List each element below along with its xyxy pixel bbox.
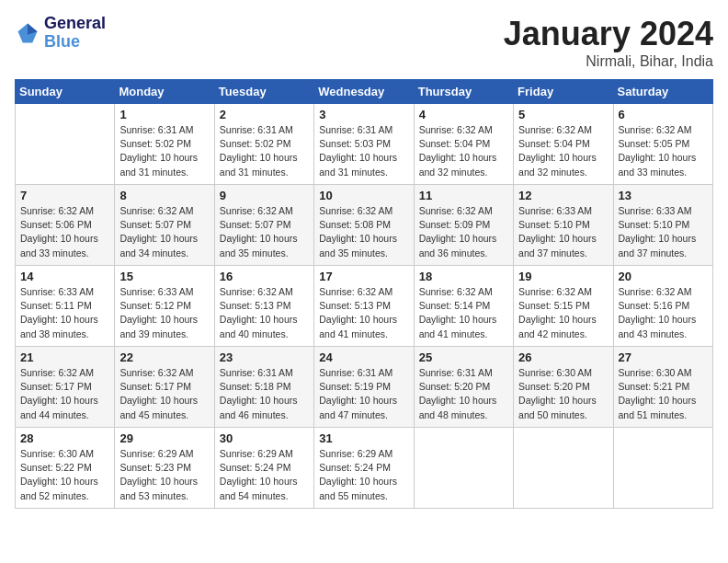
page-header: General Blue January 2024 Nirmali, Bihar… [15,15,713,70]
day-detail: Sunrise: 6:33 AMSunset: 5:10 PMDaylight:… [619,204,708,260]
logo-text: General Blue [44,15,106,52]
day-number: 28 [20,431,109,445]
day-number: 13 [619,189,708,202]
calendar-cell: 25Sunrise: 6:31 AMSunset: 5:20 PMDayligh… [414,347,513,428]
day-number: 21 [20,350,109,364]
day-detail: Sunrise: 6:32 AMSunset: 5:04 PMDaylight:… [419,123,508,179]
day-detail: Sunrise: 6:32 AMSunset: 5:07 PMDaylight:… [220,204,309,260]
day-number: 24 [319,350,408,364]
header-day-friday: Friday [514,80,613,104]
day-number: 2 [220,108,309,121]
calendar-cell: 7Sunrise: 6:32 AMSunset: 5:06 PMDaylight… [16,185,115,266]
day-detail: Sunrise: 6:32 AMSunset: 5:07 PMDaylight:… [119,204,209,260]
calendar-cell: 19Sunrise: 6:32 AMSunset: 5:15 PMDayligh… [514,266,613,347]
calendar-cell [16,104,115,185]
day-number: 15 [119,270,209,283]
day-number: 23 [220,350,309,364]
calendar-cell: 21Sunrise: 6:32 AMSunset: 5:17 PMDayligh… [16,347,115,428]
calendar-cell: 20Sunrise: 6:32 AMSunset: 5:16 PMDayligh… [613,266,712,347]
calendar-cell: 18Sunrise: 6:32 AMSunset: 5:14 PMDayligh… [414,266,513,347]
calendar-cell: 8Sunrise: 6:32 AMSunset: 5:07 PMDaylight… [115,185,214,266]
calendar-cell [514,428,613,509]
day-number: 17 [319,270,408,283]
calendar-week-1: 1Sunrise: 6:31 AMSunset: 5:02 PMDaylight… [16,104,713,185]
calendar-cell: 2Sunrise: 6:31 AMSunset: 5:02 PMDaylight… [214,104,313,185]
day-detail: Sunrise: 6:32 AMSunset: 5:13 PMDaylight:… [319,285,408,341]
calendar-cell: 5Sunrise: 6:32 AMSunset: 5:04 PMDaylight… [514,104,613,185]
calendar-cell: 1Sunrise: 6:31 AMSunset: 5:02 PMDaylight… [115,104,214,185]
day-detail: Sunrise: 6:29 AMSunset: 5:23 PMDaylight:… [119,447,209,503]
day-number: 16 [220,270,309,283]
day-detail: Sunrise: 6:32 AMSunset: 5:06 PMDaylight:… [20,204,109,260]
day-detail: Sunrise: 6:32 AMSunset: 5:14 PMDaylight:… [419,285,508,341]
day-detail: Sunrise: 6:33 AMSunset: 5:12 PMDaylight:… [119,285,209,341]
day-detail: Sunrise: 6:32 AMSunset: 5:17 PMDaylight:… [119,366,209,422]
calendar-cell: 13Sunrise: 6:33 AMSunset: 5:10 PMDayligh… [613,185,712,266]
calendar-cell: 4Sunrise: 6:32 AMSunset: 5:04 PMDaylight… [414,104,513,185]
day-detail: Sunrise: 6:29 AMSunset: 5:24 PMDaylight:… [319,447,408,503]
calendar-cell: 24Sunrise: 6:31 AMSunset: 5:19 PMDayligh… [314,347,414,428]
calendar-table: SundayMondayTuesdayWednesdayThursdayFrid… [15,79,713,509]
day-number: 20 [619,270,708,283]
day-detail: Sunrise: 6:32 AMSunset: 5:08 PMDaylight:… [319,204,408,260]
header-day-wednesday: Wednesday [314,80,414,104]
calendar-cell: 12Sunrise: 6:33 AMSunset: 5:10 PMDayligh… [514,185,613,266]
title-block: January 2024 Nirmali, Bihar, India [504,15,713,70]
day-detail: Sunrise: 6:30 AMSunset: 5:21 PMDaylight:… [619,366,708,422]
day-detail: Sunrise: 6:33 AMSunset: 5:10 PMDaylight:… [518,204,608,260]
calendar-cell: 23Sunrise: 6:31 AMSunset: 5:18 PMDayligh… [214,347,313,428]
day-detail: Sunrise: 6:31 AMSunset: 5:19 PMDaylight:… [319,366,408,422]
day-number: 18 [419,270,508,283]
calendar-week-3: 14Sunrise: 6:33 AMSunset: 5:11 PMDayligh… [16,266,713,347]
calendar-cell [613,428,712,509]
calendar-cell: 31Sunrise: 6:29 AMSunset: 5:24 PMDayligh… [314,428,414,509]
day-number: 9 [220,189,309,202]
calendar-week-4: 21Sunrise: 6:32 AMSunset: 5:17 PMDayligh… [16,347,713,428]
calendar-cell: 17Sunrise: 6:32 AMSunset: 5:13 PMDayligh… [314,266,414,347]
day-detail: Sunrise: 6:32 AMSunset: 5:09 PMDaylight:… [419,204,508,260]
calendar-cell: 22Sunrise: 6:32 AMSunset: 5:17 PMDayligh… [115,347,214,428]
day-number: 12 [518,189,608,202]
header-day-sunday: Sunday [16,80,115,104]
calendar-week-5: 28Sunrise: 6:30 AMSunset: 5:22 PMDayligh… [16,428,713,509]
day-number: 25 [419,350,508,364]
day-number: 26 [518,350,608,364]
day-number: 4 [419,108,508,121]
day-number: 22 [119,350,209,364]
day-number: 31 [319,431,408,445]
day-detail: Sunrise: 6:32 AMSunset: 5:17 PMDaylight:… [20,366,109,422]
day-detail: Sunrise: 6:30 AMSunset: 5:20 PMDaylight:… [518,366,608,422]
calendar-cell: 26Sunrise: 6:30 AMSunset: 5:20 PMDayligh… [514,347,613,428]
location: Nirmali, Bihar, India [504,53,713,70]
header-day-monday: Monday [115,80,214,104]
calendar-week-2: 7Sunrise: 6:32 AMSunset: 5:06 PMDaylight… [16,185,713,266]
day-detail: Sunrise: 6:32 AMSunset: 5:15 PMDaylight:… [518,285,608,341]
day-number: 3 [319,108,408,121]
day-number: 10 [319,189,408,202]
day-number: 7 [20,189,109,202]
day-number: 14 [20,270,109,283]
logo: General Blue [15,15,106,52]
day-detail: Sunrise: 6:31 AMSunset: 5:20 PMDaylight:… [419,366,508,422]
header-day-tuesday: Tuesday [214,80,313,104]
calendar-cell: 9Sunrise: 6:32 AMSunset: 5:07 PMDaylight… [214,185,313,266]
header-day-saturday: Saturday [613,80,712,104]
day-number: 6 [619,108,708,121]
day-detail: Sunrise: 6:31 AMSunset: 5:02 PMDaylight:… [119,123,209,179]
day-number: 27 [619,350,708,364]
day-detail: Sunrise: 6:31 AMSunset: 5:02 PMDaylight:… [220,123,309,179]
calendar-cell: 16Sunrise: 6:32 AMSunset: 5:13 PMDayligh… [214,266,313,347]
day-number: 11 [419,189,508,202]
day-number: 29 [119,431,209,445]
day-detail: Sunrise: 6:31 AMSunset: 5:03 PMDaylight:… [319,123,408,179]
calendar-cell: 30Sunrise: 6:29 AMSunset: 5:24 PMDayligh… [214,428,313,509]
calendar-cell: 27Sunrise: 6:30 AMSunset: 5:21 PMDayligh… [613,347,712,428]
day-detail: Sunrise: 6:31 AMSunset: 5:18 PMDaylight:… [220,366,309,422]
day-number: 19 [518,270,608,283]
day-detail: Sunrise: 6:33 AMSunset: 5:11 PMDaylight:… [20,285,109,341]
logo-icon [15,20,40,46]
day-detail: Sunrise: 6:29 AMSunset: 5:24 PMDaylight:… [220,447,309,503]
day-number: 30 [220,431,309,445]
calendar-cell: 29Sunrise: 6:29 AMSunset: 5:23 PMDayligh… [115,428,214,509]
day-number: 1 [119,108,209,121]
